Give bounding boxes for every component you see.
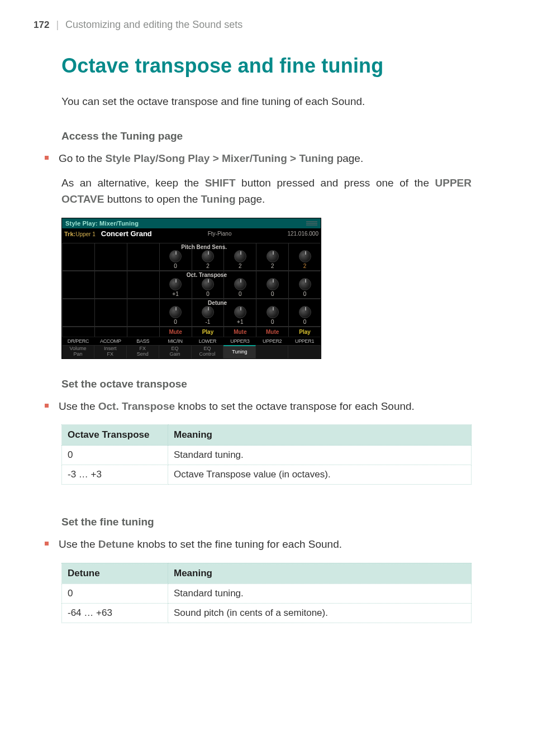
text: knobs to set the fine tuning for each So… xyxy=(134,538,342,550)
text: knobs to set the octave transpose for ea… xyxy=(175,400,415,412)
device-titlebar: Style Play: Mixer/Tuning xyxy=(62,218,321,228)
track-label: UPPER3 xyxy=(223,337,256,345)
intro-paragraph: You can set the octave transpose and fin… xyxy=(61,93,472,110)
knob-cell xyxy=(62,271,94,298)
heading-oct-transpose: Set the octave transpose xyxy=(61,378,472,390)
preset-name: Concert Grand xyxy=(101,229,152,238)
play-button[interactable]: Play xyxy=(288,327,321,337)
knob-cell xyxy=(94,243,127,270)
bullet-text: Use the Detune knobs to set the fine tun… xyxy=(59,536,342,552)
td-meaning: Standard tuning. xyxy=(168,446,472,465)
text: button pressed and press one of the xyxy=(236,177,435,189)
bullet-text: Go to the Style Play/Song Play > Mixer/T… xyxy=(59,150,363,166)
tab-eq[interactable]: EQ Control xyxy=(192,345,224,358)
alt-instruction: As an alternative, keep the SHIFT button… xyxy=(61,175,472,208)
track-label: BASS xyxy=(127,337,159,345)
mute-button[interactable]: Mute xyxy=(223,327,256,337)
knob-cell xyxy=(94,271,127,298)
text: As an alternative, keep the xyxy=(61,177,205,189)
tab-fx[interactable]: FX Send xyxy=(127,345,159,358)
table-row: -64 … +63Sound pitch (in cents of a semi… xyxy=(62,603,472,623)
row-label-oct: Oct. Transpose xyxy=(187,272,227,278)
blank-cell xyxy=(127,327,159,337)
menu-path: Style Play/Song Play > Mixer/Tuning > Tu… xyxy=(105,152,334,164)
blank-cell xyxy=(62,327,94,337)
knob-cell[interactable]: 0 xyxy=(256,299,288,326)
bullet-oct-transpose: Use the Oct. Transpose knobs to set the … xyxy=(45,398,472,414)
detune-knob: Detune xyxy=(98,538,134,550)
row-label-detune: Detune xyxy=(208,300,227,306)
th-meaning: Meaning xyxy=(168,425,472,446)
th-key: Detune xyxy=(62,563,168,583)
knob-cell xyxy=(127,299,159,326)
tab-eq[interactable]: EQ Gain xyxy=(159,345,192,358)
knob-cell xyxy=(62,299,94,326)
td-key: -3 … +3 xyxy=(62,465,168,485)
row-pitch-bend-sens: Pitch Bend Sens. 02222 xyxy=(62,243,321,271)
page-title: Octave transpose and fine tuning xyxy=(61,54,472,78)
bullet-access-path: Go to the Style Play/Song Play > Mixer/T… xyxy=(45,150,472,166)
tab-blank xyxy=(256,345,288,358)
row-oct-transpose: Oct. Transpose +10000 xyxy=(62,271,321,299)
knob-cell xyxy=(62,243,94,270)
th-meaning: Meaning xyxy=(168,563,472,583)
tab-tuning[interactable]: Tuning xyxy=(223,345,256,358)
table-row: 0Standard tuning. xyxy=(62,583,472,603)
knob-cell[interactable]: 2 xyxy=(288,243,321,270)
knob-cell xyxy=(127,243,159,270)
track-label: MIC/IN xyxy=(159,337,192,345)
device-title: Style Play: Mixer/Tuning xyxy=(65,220,139,227)
bullet-icon xyxy=(45,542,49,546)
tab-volume[interactable]: Volume Pan xyxy=(62,345,94,358)
text: buttons to open the xyxy=(104,193,201,205)
trk-label: Trk:Upper 1 xyxy=(64,231,96,237)
mute-button[interactable]: Mute xyxy=(256,327,288,337)
row-tabs: Volume PanInsert FXFX SendEQ GainEQ Cont… xyxy=(62,345,321,358)
td-meaning: Octave Transpose value (in octaves). xyxy=(168,465,472,485)
knob-cell[interactable]: 0 xyxy=(159,299,192,326)
row-detune: Detune 0-1+100 xyxy=(62,299,321,327)
text: Use the xyxy=(59,538,98,550)
knob-cell[interactable]: 0 xyxy=(288,271,321,298)
bullet-icon xyxy=(45,404,49,408)
play-button[interactable]: Play xyxy=(192,327,224,337)
mute-button[interactable]: Mute xyxy=(159,327,192,337)
knob-cell[interactable]: 0 xyxy=(256,271,288,298)
tab-insert[interactable]: Insert FX xyxy=(94,345,127,358)
track-label: UPPER2 xyxy=(256,337,288,345)
knob-cell[interactable]: 2 xyxy=(223,243,256,270)
knob-cell[interactable]: 0 xyxy=(288,299,321,326)
knob-cell[interactable]: 2 xyxy=(256,243,288,270)
td-key: -64 … +63 xyxy=(62,603,168,623)
page-content: Octave transpose and fine tuning You can… xyxy=(0,37,533,645)
heading-fine-tuning: Set the fine tuning xyxy=(61,516,472,528)
text: Use the xyxy=(59,400,98,412)
td-meaning: Standard tuning. xyxy=(168,583,472,603)
knob-cell[interactable]: 0 xyxy=(223,271,256,298)
menu-icon[interactable] xyxy=(306,221,317,226)
oct-transpose-knob: Oct. Transpose xyxy=(98,400,175,412)
track-label: UPPER1 xyxy=(288,337,321,345)
shift-key: SHIFT xyxy=(205,177,236,189)
chapter-title: Customizing and editing the Sound sets xyxy=(65,19,242,31)
page-number: 172 xyxy=(34,20,49,31)
knob-cell xyxy=(127,271,159,298)
row-label-pbs: Pitch Bend Sens. xyxy=(181,244,227,250)
row-tracklabels: DR/PERCACCOMPBASSMIC/INLOWERUPPER3UPPER2… xyxy=(62,337,321,345)
track-label: ACCOMP xyxy=(94,337,127,345)
text: Go to the xyxy=(59,152,105,164)
row-muteplay: MutePlayMuteMutePlay xyxy=(62,327,321,337)
text: page. xyxy=(334,152,363,164)
table-row: -3 … +3Octave Transpose value (in octave… xyxy=(62,465,472,485)
blank-cell xyxy=(94,327,127,337)
program-id: 121.016.000 xyxy=(287,231,318,237)
bullet-text: Use the Oct. Transpose knobs to set the … xyxy=(59,398,415,414)
table-detune: Detune Meaning 0Standard tuning.-64 … +6… xyxy=(61,563,472,623)
table-row: 0Standard tuning. xyxy=(62,446,472,465)
td-meaning: Sound pitch (in cents of a semitone). xyxy=(168,603,472,623)
device-knob-area: Pitch Bend Sens. 02222 Oct. Transpose +1… xyxy=(62,240,321,358)
heading-access-tuning: Access the Tuning page xyxy=(61,130,472,142)
bullet-icon xyxy=(45,156,49,160)
knob-cell[interactable]: +1 xyxy=(223,299,256,326)
table-oct-transpose: Octave Transpose Meaning 0Standard tunin… xyxy=(61,424,472,485)
